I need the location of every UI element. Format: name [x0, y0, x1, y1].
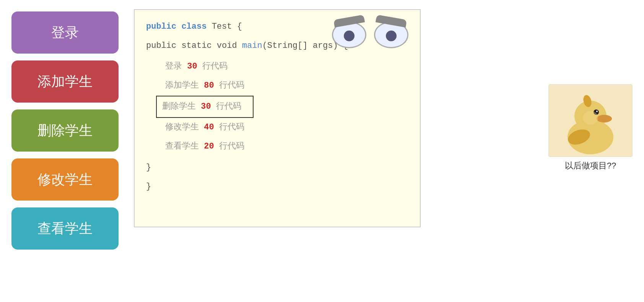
item-label-view: 查看学生: [165, 142, 204, 151]
main-fn: main: [242, 41, 262, 51]
item-label-login: 登录: [165, 62, 187, 71]
keyword-public-class: public class: [146, 22, 207, 31]
item-label-modify: 修改学生: [165, 122, 204, 132]
login-button[interactable]: 登录: [11, 11, 119, 54]
delete-button[interactable]: 删除学生: [11, 109, 119, 152]
add-button[interactable]: 添加学生: [11, 60, 119, 103]
item-num-login: 30: [187, 62, 197, 71]
item-num-modify: 40: [204, 122, 214, 132]
meme-duck-image: [548, 84, 633, 157]
code-close-outer: }: [146, 179, 408, 194]
svg-point-2: [597, 115, 612, 122]
view-button[interactable]: 查看学生: [11, 207, 119, 250]
item-label-add: 添加学生: [165, 81, 204, 90]
close-brace-inner: }: [146, 163, 151, 172]
code-item-delete: 删除学生 30 行代码: [156, 96, 254, 118]
code-panel: public class Test { public static void m…: [134, 9, 421, 227]
svg-point-7: [583, 111, 598, 125]
item-suffix-login: 行代码: [197, 62, 228, 71]
item-num-view: 20: [204, 142, 214, 151]
code-item-view: 查看学生 20 行代码: [161, 137, 408, 156]
modify-button[interactable]: 修改学生: [11, 158, 119, 201]
code-item-login: 登录 30 行代码: [161, 57, 408, 76]
item-suffix-delete: 行代码: [211, 102, 241, 111]
meme-caption: 以后做项目??: [565, 160, 616, 171]
item-num-delete: 30: [201, 102, 211, 111]
item-suffix-modify: 行代码: [214, 122, 244, 132]
meme-area: 以后做项目??: [548, 84, 633, 171]
left-eye-icon: [332, 21, 366, 48]
code-close-inner: }: [146, 160, 408, 175]
svg-point-4: [596, 111, 598, 112]
right-eye-icon: [374, 21, 408, 48]
item-suffix-view: 行代码: [214, 142, 244, 151]
duck-svg: [556, 87, 625, 154]
item-label-delete: 删除学生: [162, 102, 201, 111]
item-num-add: 80: [204, 81, 214, 90]
item-suffix-add: 行代码: [214, 81, 244, 90]
close-brace-outer: }: [146, 182, 151, 191]
code-body: 登录 30 行代码 添加学生 80 行代码 删除学生 30 行代码 修改学生 4…: [146, 57, 408, 156]
eyes-illustration: [332, 21, 408, 48]
code-item-add: 添加学生 80 行代码: [161, 76, 408, 95]
code-item-modify: 修改学生 40 行代码: [161, 118, 408, 137]
sidebar: 登录 添加学生 删除学生 修改学生 查看学生: [11, 8, 119, 250]
indent-spaces: public static void: [146, 41, 242, 51]
class-name: Test {: [207, 22, 242, 31]
